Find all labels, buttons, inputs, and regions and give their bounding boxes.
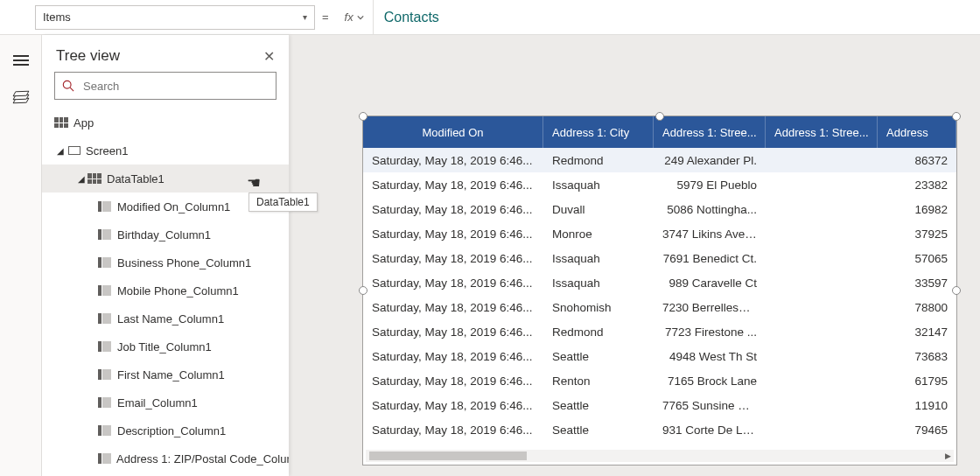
table-cell: 79465 xyxy=(878,424,956,437)
table-cell: Redmond xyxy=(543,326,654,339)
column-header[interactable]: Address 1: Stree... xyxy=(654,116,766,148)
tree-item-column[interactable]: Address 1: ZIP/Postal Code_Column1 xyxy=(42,444,289,472)
column-header[interactable]: Address 1: City xyxy=(543,116,654,148)
tree-item-column[interactable]: Birthday_Column1 xyxy=(42,220,289,248)
column-header[interactable]: Address xyxy=(878,116,956,148)
table-row[interactable]: Saturday, May 18, 2019 6:46...Snohomish7… xyxy=(363,295,956,319)
table-cell: 7230 Berrellesa ... xyxy=(654,301,766,314)
resize-handle[interactable] xyxy=(359,286,368,295)
table-cell: 57065 xyxy=(878,252,956,265)
collapse-icon[interactable]: ◢ xyxy=(75,174,88,184)
resize-handle[interactable] xyxy=(359,112,368,121)
table-cell: 4948 West Th St xyxy=(654,350,766,363)
column-icon xyxy=(98,425,112,436)
tree-view-icon[interactable] xyxy=(13,91,29,107)
horizontal-scrollbar[interactable]: ▶ xyxy=(366,450,954,462)
column-header[interactable]: Address 1: Stree... xyxy=(766,116,878,148)
column-icon xyxy=(98,369,112,380)
table-row[interactable]: Saturday, May 18, 2019 6:46...Redmond249… xyxy=(363,148,956,172)
tree-item-screen[interactable]: ◢ Screen1 xyxy=(42,136,289,164)
hamburger-icon[interactable] xyxy=(13,52,29,68)
tree-item-label: Screen1 xyxy=(86,144,128,158)
collapse-icon[interactable]: ◢ xyxy=(54,146,66,156)
close-icon[interactable]: ✕ xyxy=(263,48,275,65)
table-cell: 86372 xyxy=(878,154,956,167)
table-row[interactable]: Saturday, May 18, 2019 6:46...Issaquah59… xyxy=(363,172,956,197)
table-cell: 3747 Likins Aven... xyxy=(654,228,766,241)
table-cell: 249 Alexander Pl. xyxy=(654,154,766,167)
resize-handle[interactable] xyxy=(952,286,961,295)
table-cell: 5979 El Pueblo xyxy=(654,178,766,192)
fx-button[interactable]: fx xyxy=(336,0,374,34)
search-box[interactable] xyxy=(54,72,276,100)
table-cell: Snohomish xyxy=(543,301,654,314)
table-cell: Saturday, May 18, 2019 6:46... xyxy=(363,252,543,265)
tree-view-title: Tree view xyxy=(56,47,120,65)
tree-item-label: Business Phone_Column1 xyxy=(117,256,251,270)
tree-item-column[interactable]: Job Title_Column1 xyxy=(42,332,289,360)
tree-item-label: First Name_Column1 xyxy=(117,368,225,382)
column-icon xyxy=(98,397,112,408)
tree-item-label: Address 1: ZIP/Postal Code_Column1 xyxy=(116,452,289,466)
datatable-body: Saturday, May 18, 2019 6:46...Redmond249… xyxy=(363,148,956,442)
tree-item-label: Modified On_Column1 xyxy=(117,200,230,214)
tree-item-app[interactable]: App xyxy=(42,108,289,136)
tree-item-label: App xyxy=(74,116,94,130)
property-select-label: Items xyxy=(43,10,71,24)
tree-item-label: Job Title_Column1 xyxy=(117,340,212,354)
tree-item-column[interactable]: Business Phone_Column1 xyxy=(42,248,289,276)
tree-item-label: Email_Column1 xyxy=(117,396,198,410)
tree-item-column[interactable]: Last Name_Column1 xyxy=(42,304,289,332)
datatable-icon xyxy=(88,173,102,184)
resize-handle[interactable] xyxy=(952,112,961,121)
scrollbar-thumb[interactable] xyxy=(369,452,527,460)
table-row[interactable]: Saturday, May 18, 2019 6:46...Renton7165… xyxy=(363,368,956,393)
tree-item-label: DataTable1 xyxy=(107,172,164,186)
svg-point-0 xyxy=(63,80,71,88)
table-row[interactable]: Saturday, May 18, 2019 6:46...Issaquah76… xyxy=(363,246,956,270)
scroll-right-icon[interactable]: ▶ xyxy=(942,450,954,462)
tree-item-column[interactable]: Description_Column1 xyxy=(42,416,289,444)
table-row[interactable]: Saturday, May 18, 2019 6:46...Seattle776… xyxy=(363,393,956,417)
fx-label: fx xyxy=(345,10,354,24)
column-header[interactable]: Modified On xyxy=(363,116,543,148)
column-icon xyxy=(98,341,112,352)
formula-input[interactable] xyxy=(374,10,980,25)
table-cell: Saturday, May 18, 2019 6:46... xyxy=(363,301,543,314)
property-select[interactable]: Items ▾ xyxy=(35,5,315,30)
table-cell: Redmond xyxy=(543,154,654,167)
tooltip: DataTable1 xyxy=(248,192,318,212)
table-row[interactable]: Saturday, May 18, 2019 6:46...Issaquah98… xyxy=(363,270,956,295)
column-icon xyxy=(98,313,112,324)
column-icon xyxy=(98,453,111,464)
tree-item-column[interactable]: First Name_Column1 xyxy=(42,360,289,388)
tree-item-column[interactable]: Email_Column1 xyxy=(42,388,289,416)
table-row[interactable]: Saturday, May 18, 2019 6:46...Monroe3747… xyxy=(363,221,956,246)
search-icon xyxy=(62,80,74,92)
equals-icon: = xyxy=(322,10,329,24)
search-input[interactable] xyxy=(81,79,269,94)
tree-item-column[interactable]: Mobile Phone_Column1 xyxy=(42,276,289,304)
table-row[interactable]: Saturday, May 18, 2019 6:46...Seattle931… xyxy=(363,417,956,442)
table-row[interactable]: Saturday, May 18, 2019 6:46...Duvall5086… xyxy=(363,197,956,221)
tree-item-label: Mobile Phone_Column1 xyxy=(117,284,239,298)
table-cell: 7765 Sunsine Dr... xyxy=(654,399,766,412)
chevron-down-icon xyxy=(357,14,364,21)
table-row[interactable]: Saturday, May 18, 2019 6:46...Seattle494… xyxy=(363,344,956,368)
column-icon xyxy=(98,285,112,296)
table-cell: Seattle xyxy=(543,424,654,437)
table-cell: 78800 xyxy=(878,301,956,314)
column-icon xyxy=(98,229,112,240)
canvas[interactable]: Modified On Address 1: City Address 1: S… xyxy=(289,35,980,476)
table-cell: 32147 xyxy=(878,326,956,339)
table-cell: 61795 xyxy=(878,374,956,388)
resize-handle[interactable] xyxy=(655,112,664,121)
tree-list: App ◢ Screen1 ◢ DataTable1 Modified On_C… xyxy=(42,108,289,476)
table-row[interactable]: Saturday, May 18, 2019 6:46...Redmond772… xyxy=(363,319,956,344)
table-cell: 37925 xyxy=(878,228,956,241)
table-cell: Issaquah xyxy=(543,178,654,192)
table-cell: 33597 xyxy=(878,276,956,290)
datatable-control[interactable]: Modified On Address 1: City Address 1: S… xyxy=(362,116,957,466)
table-cell: Saturday, May 18, 2019 6:46... xyxy=(363,276,543,290)
tree-item-datatable[interactable]: ◢ DataTable1 xyxy=(42,164,289,192)
